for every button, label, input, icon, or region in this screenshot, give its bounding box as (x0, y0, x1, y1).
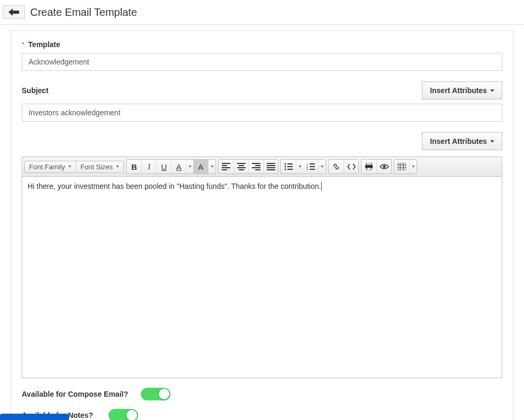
font-sizes-label: Font Sizes (80, 163, 113, 171)
align-center-button[interactable] (233, 160, 248, 174)
compose-email-row: Available for Compose Email? (22, 388, 502, 400)
table-button[interactable] (394, 160, 409, 174)
bullet-list-icon (284, 163, 293, 170)
caret-down-icon (116, 166, 119, 168)
insert-attributes-subject-button[interactable]: Insert Attributes (422, 81, 502, 99)
notes-row: Available for Notes? (22, 409, 502, 420)
italic-button[interactable]: I (141, 160, 156, 174)
caret-down-icon (490, 89, 494, 92)
preview-button[interactable] (376, 160, 391, 174)
numbered-list-button[interactable]: 1 2 3 (303, 160, 318, 174)
align-justify-button[interactable] (263, 160, 278, 174)
bold-button[interactable]: B (127, 160, 141, 174)
print-button[interactable] (362, 160, 376, 174)
align-justify-icon (267, 163, 275, 170)
page-header: Create Email Template (0, 0, 524, 25)
help-widget[interactable] (0, 414, 69, 420)
template-label: Template (28, 40, 60, 49)
back-arrow-icon (8, 8, 19, 16)
code-icon (347, 163, 356, 170)
form-panel: * Template Subject Insert Attributes Ins… (11, 30, 513, 420)
align-left-button[interactable] (219, 160, 233, 174)
table-dropdown[interactable] (409, 160, 417, 174)
required-star: * (22, 40, 24, 49)
caret-down-icon (68, 166, 71, 168)
compose-email-toggle[interactable] (141, 388, 170, 400)
code-button[interactable] (344, 160, 358, 174)
caret-down-icon (490, 140, 494, 143)
page-title: Create Email Template (30, 6, 137, 19)
editor: Font Family Font Sizes B I U A A (22, 157, 502, 378)
font-size-select[interactable]: Font Sizes (76, 161, 123, 172)
svg-point-4 (285, 169, 286, 170)
link-button[interactable] (329, 160, 344, 174)
svg-rect-12 (366, 163, 372, 165)
align-left-icon (222, 163, 230, 170)
compose-email-label: Available for Compose Email? (22, 390, 128, 398)
back-button[interactable] (3, 5, 25, 19)
svg-rect-14 (367, 168, 371, 170)
text-color-dropdown[interactable] (186, 160, 193, 174)
bullet-list-button[interactable] (281, 160, 296, 174)
svg-point-0 (285, 163, 286, 165)
link-icon (332, 162, 340, 171)
insert-attributes-label: Insert Attributes (430, 86, 487, 95)
align-center-icon (237, 163, 246, 170)
subject-label: Subject (22, 86, 49, 95)
editor-body[interactable]: Hi there, your investment has been poole… (22, 177, 502, 378)
subject-input[interactable] (22, 104, 502, 122)
notes-toggle[interactable] (109, 409, 138, 420)
align-right-icon (252, 163, 260, 170)
print-icon (365, 163, 373, 170)
eye-icon (380, 163, 389, 170)
svg-rect-16 (397, 163, 406, 170)
insert-attributes-label: Insert Attributes (430, 137, 487, 145)
align-right-button[interactable] (248, 160, 263, 174)
svg-text:3: 3 (306, 168, 308, 170)
bullet-list-dropdown[interactable] (296, 160, 303, 174)
template-label-wrap: * Template (22, 40, 60, 49)
highlight-color-dropdown[interactable] (208, 160, 215, 174)
table-icon (397, 163, 406, 170)
font-family-select[interactable]: Font Family (25, 161, 76, 172)
svg-point-2 (285, 166, 286, 168)
font-family-label: Font Family (29, 163, 65, 171)
template-input[interactable] (22, 53, 502, 71)
underline-button[interactable]: U (156, 160, 171, 174)
numbered-list-dropdown[interactable] (318, 160, 326, 174)
numbered-list-icon: 1 2 3 (306, 163, 315, 170)
insert-attributes-body-button[interactable]: Insert Attributes (422, 132, 502, 150)
highlight-color-button[interactable]: A (193, 160, 208, 174)
text-color-button[interactable]: A (171, 160, 186, 174)
editor-toolbar: Font Family Font Sizes B I U A A (22, 157, 502, 177)
editor-content: Hi there, your investment has been poole… (28, 182, 321, 190)
svg-point-15 (383, 166, 385, 168)
